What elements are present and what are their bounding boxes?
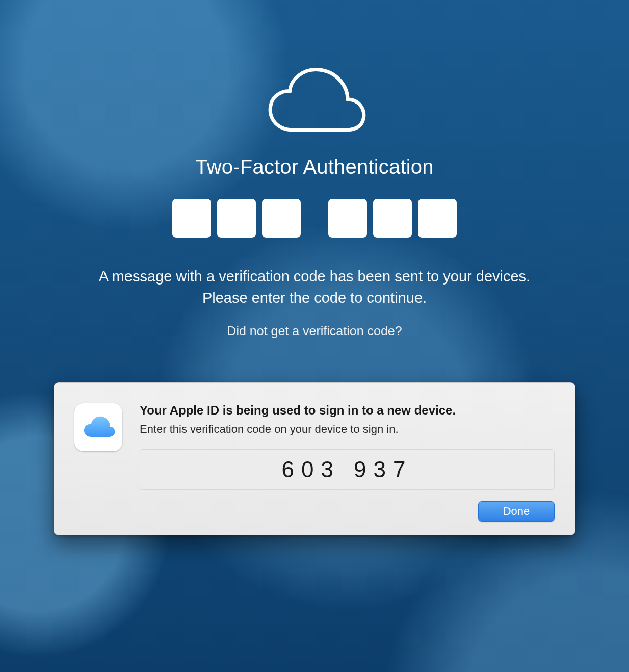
page-title: Two-Factor Authentication — [195, 156, 433, 178]
code-digit-4[interactable] — [328, 199, 367, 238]
done-button[interactable]: Done — [478, 501, 555, 522]
two-factor-auth-screen: Two-Factor Authentication A message with… — [0, 0, 629, 672]
code-digit-3[interactable] — [262, 199, 301, 238]
dialog-subtitle: Enter this verification code on your dev… — [140, 423, 555, 436]
verification-code-display: 603 937 — [140, 449, 555, 490]
code-group-gap — [307, 199, 322, 238]
icloud-app-icon — [74, 403, 122, 451]
resend-code-link[interactable]: Did not get a verification code? — [227, 324, 402, 339]
code-digit-2[interactable] — [217, 199, 256, 238]
code-digit-6[interactable] — [418, 199, 457, 238]
verification-code-dialog: Your Apple ID is being used to sign in t… — [54, 382, 575, 535]
code-digit-5[interactable] — [373, 199, 412, 238]
dialog-title: Your Apple ID is being used to sign in t… — [140, 403, 555, 418]
verification-code-inputs — [172, 199, 457, 238]
instruction-text: A message with a verification code has b… — [80, 266, 549, 308]
code-digit-1[interactable] — [172, 199, 211, 238]
cloud-icon — [258, 59, 371, 138]
